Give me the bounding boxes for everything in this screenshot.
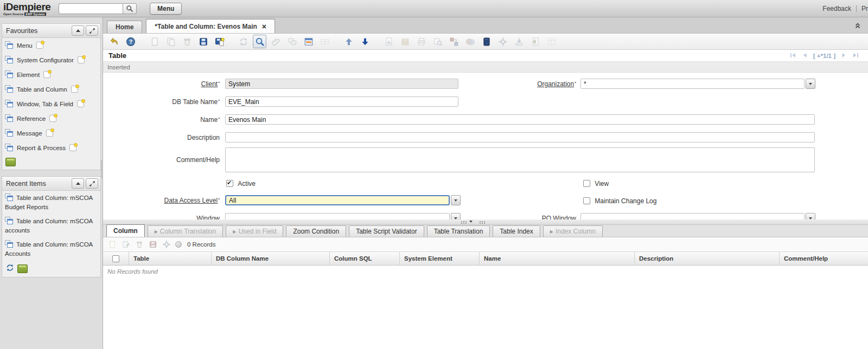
collapse-all-icon[interactable]: [854, 22, 861, 31]
organization-dropdown-button[interactable]: [806, 79, 815, 89]
column-header-system-element[interactable]: System Element: [400, 252, 480, 265]
favourite-item-table-and-column[interactable]: Table and Column: [2, 82, 100, 96]
favourite-item-label: System Configurator: [17, 57, 74, 63]
find-record-button[interactable]: [253, 35, 266, 48]
column-header-description[interactable]: Description: [635, 252, 780, 265]
recent-item-label: Table and Column: mSCOA accounts: [5, 218, 93, 234]
favourite-item-reference[interactable]: Reference: [2, 111, 100, 126]
new-record-note-icon[interactable]: [69, 144, 76, 151]
undo-button[interactable]: [107, 35, 121, 48]
new-record-note-icon[interactable]: [78, 56, 85, 63]
detail-record-button[interactable]: [358, 35, 372, 48]
remove-favourite-trash-icon[interactable]: [5, 158, 16, 166]
recent-expand-button[interactable]: [86, 178, 98, 189]
favourites-collapse-button[interactable]: [72, 25, 84, 36]
favourite-item-element[interactable]: Element: [2, 67, 100, 82]
window-icon: [5, 240, 14, 248]
clear-recent-trash-icon[interactable]: [17, 264, 28, 273]
favourite-item-system-configurator[interactable]: System Configurator: [2, 53, 100, 67]
detail-tab-table-script-validator[interactable]: Table Script Validator: [349, 225, 424, 237]
detail-tab-column[interactable]: Column: [106, 224, 145, 237]
global-search-input[interactable]: [59, 3, 123, 14]
column-header-comment-help[interactable]: Comment/Help: [780, 252, 868, 265]
archive-button: [398, 35, 412, 48]
active-checkbox[interactable]: [226, 180, 233, 187]
print-preview-button: [431, 35, 444, 48]
recent-collapse-button[interactable]: [72, 178, 84, 189]
comment-help-field[interactable]: [225, 147, 815, 172]
close-tab-icon[interactable]: ×: [262, 24, 266, 29]
recent-item-2[interactable]: Table and Column: mSCOA accounts: [2, 214, 100, 237]
column-header-column-sql[interactable]: Column SQL: [330, 252, 400, 265]
new-record-note-icon[interactable]: [46, 130, 53, 137]
csv-import-icon: [531, 37, 540, 47]
previous-record-icon: [801, 52, 808, 60]
new-record-note-icon[interactable]: [43, 71, 50, 78]
product-info-button[interactable]: [480, 35, 493, 48]
delete-record-icon: [182, 37, 192, 47]
maintain-change-log-checkbox[interactable]: [583, 197, 590, 204]
save-button[interactable]: [196, 35, 210, 48]
active-checkbox-group: Active: [226, 179, 256, 188]
organization-field[interactable]: [580, 79, 805, 89]
view-checkbox[interactable]: [583, 180, 590, 187]
favourites-expand-button[interactable]: [86, 25, 98, 36]
form-detail-splitter[interactable]: [103, 219, 868, 225]
recent-item-label: Table and Column: mSCOA Accounts: [5, 241, 93, 257]
data-access-level-dropdown-button[interactable]: [451, 195, 461, 205]
detail-process-button: [162, 240, 171, 249]
favourite-item-menu[interactable]: Menu: [2, 38, 100, 53]
column-header-table[interactable]: Table: [129, 252, 212, 265]
search-button[interactable]: [123, 3, 137, 14]
recent-item-1[interactable]: Table and Column: mSCOA Budget Reports: [2, 191, 100, 214]
grid-toggle-button[interactable]: [302, 35, 315, 48]
preference-link[interactable]: Pr: [861, 5, 868, 12]
product-info-icon: [482, 37, 492, 47]
menu-button[interactable]: Menu: [150, 3, 182, 15]
column-header-db-column-name[interactable]: DB Column Name: [212, 252, 330, 265]
favourite-item-window-tab-field[interactable]: Window, Tab & Field: [2, 96, 100, 111]
splitter-handle[interactable]: [461, 221, 481, 223]
undo-icon: [110, 37, 119, 47]
favourite-item-message[interactable]: Message: [2, 126, 100, 140]
column-header-name[interactable]: Name: [480, 252, 635, 265]
save-create-new-button[interactable]: [213, 35, 226, 48]
detail-tab-zoom-condition[interactable]: Zoom Condition: [286, 225, 346, 237]
tab-table-and-column[interactable]: *Table and Column: Evenos Main ×: [146, 19, 275, 33]
detail-tab-table-translation[interactable]: Table Translation: [427, 225, 490, 237]
feedback-link[interactable]: Feedback: [822, 5, 851, 12]
window-icon: [5, 41, 14, 49]
favourite-item-report-process[interactable]: Report & Process: [2, 140, 100, 155]
select-all-header-cell: [103, 252, 129, 265]
select-all-checkbox[interactable]: [112, 255, 119, 262]
new-record-note-icon[interactable]: [77, 100, 84, 107]
favourites-title: Favourites: [6, 27, 70, 35]
detail-records-icon: [320, 37, 330, 47]
splitter-collapse-icon: [469, 221, 473, 223]
help-icon: ?: [126, 37, 136, 47]
new-record-note-icon[interactable]: [36, 42, 43, 49]
first-record-icon: [789, 52, 796, 60]
db-table-name-label: DB Table Name•: [103, 98, 220, 106]
detail-tab-table-index[interactable]: Table Index: [493, 225, 540, 237]
tab-home[interactable]: Home: [107, 21, 142, 33]
data-access-level-field[interactable]: [225, 195, 450, 205]
logo-tagline-left: Open Source: [3, 12, 23, 16]
customize-button: [545, 35, 558, 48]
report-icon: [384, 37, 394, 47]
parent-record-button[interactable]: [342, 35, 355, 48]
refresh-recent-icon[interactable]: [5, 263, 15, 274]
favourite-item-label: Window, Tab & Field: [17, 101, 73, 107]
new-record-note-icon[interactable]: [71, 86, 78, 93]
archive-icon: [400, 37, 410, 47]
new-record-note-icon[interactable]: [49, 115, 56, 122]
help-button[interactable]: ?: [124, 35, 137, 48]
process-gear-icon: [498, 37, 508, 47]
name-field[interactable]: [225, 114, 815, 125]
recent-item-3[interactable]: Table and Column: mSCOA Accounts: [2, 237, 100, 261]
db-table-name-field[interactable]: [225, 96, 458, 107]
description-field[interactable]: [225, 132, 815, 143]
view-checkbox-group: View: [583, 179, 609, 188]
save-create-new-icon: [215, 37, 225, 47]
maintain-change-log-checkbox-group: Maintain Change Log: [583, 197, 656, 205]
